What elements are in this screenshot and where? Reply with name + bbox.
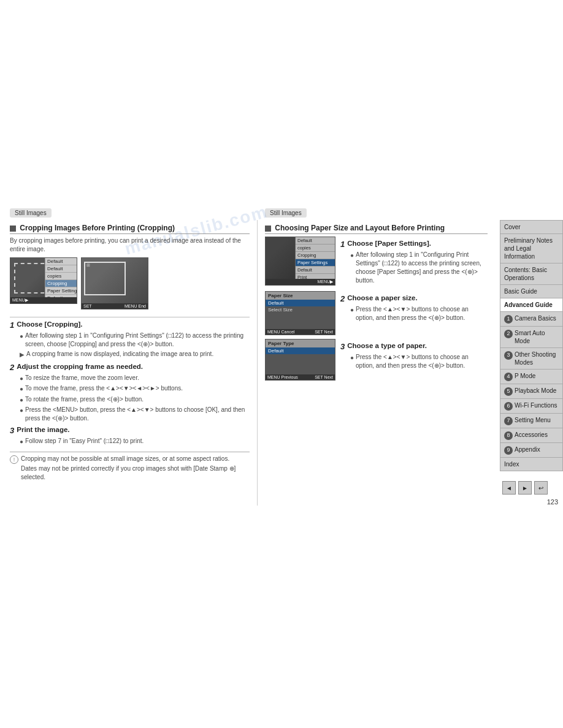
screen-mock-2: ⊞ SETMENU End <box>81 257 148 309</box>
right-step-2-bullet-1: ● Press the <▲><▼> buttons to choose an … <box>350 305 488 322</box>
next-arrow[interactable]: ► <box>518 481 532 495</box>
right-step-1-bullet-1: ● After following step 1 in "Configuring… <box>350 251 488 285</box>
left-section: Cropping Images Before Printing (Croppin… <box>0 220 258 506</box>
step-2-content: ● To resize the frame, move the zoom lev… <box>10 374 250 423</box>
right-step2-text: 2 Choose a paper size. ● Press the <▲><▼… <box>340 291 488 335</box>
prev-arrow[interactable]: ◄ <box>502 481 516 495</box>
sidebar-item-smart-auto[interactable]: 2 Smart Auto Mode <box>500 326 563 347</box>
sidebar: Cover Preliminary Notes and Legal Inform… <box>500 220 563 506</box>
menu-item-paper: Paper Settings <box>45 287 77 295</box>
right-step2-wrapper: Paper Size Default Select Size MENU Canc… <box>265 291 488 335</box>
sidebar-item-basic-guide[interactable]: Basic Guide <box>500 284 563 298</box>
section-icon-right <box>265 226 271 232</box>
right-step3-text: 3 Choose a type of paper. ● Press the <▲… <box>340 339 488 381</box>
right-step-2-row: 2 Choose a paper size. <box>340 294 488 303</box>
sidebar-item-appendix[interactable]: 9 Appendix <box>500 442 563 457</box>
sidebar-item-setting-menu[interactable]: 7 Setting Menu <box>500 413 563 428</box>
note-1: ! Cropping may not be possible at small … <box>10 455 250 482</box>
right-step-1-content: ● After following step 1 in "Configuring… <box>340 251 488 285</box>
main-content-row: Cropping Images Before Printing (Croppin… <box>0 220 563 506</box>
step-1-bullet-2: ▶ A cropping frame is now displayed, ind… <box>20 350 250 360</box>
screen-mock-1: Default Default copies Cropping Paper Se… <box>10 257 77 304</box>
note-icon-1: ! <box>10 455 18 464</box>
sidebar-item-accessories[interactable]: 8 Accessories <box>500 428 563 442</box>
right-screen-step1: Default copies Cropping Paper Settings D… <box>265 237 335 286</box>
page-number: 123 <box>500 498 563 506</box>
left-images: Default Default copies Cropping Paper Se… <box>10 257 250 313</box>
left-section-header: Cropping Images Before Printing (Croppin… <box>10 224 250 234</box>
page-wrapper: manualslib.com Still Images Still Images… <box>0 0 563 728</box>
right-step3-wrapper: Paper Type Default MENU PreviousSET Next… <box>265 339 488 381</box>
menu-item-default2: Default <box>45 265 77 273</box>
screen-bottom-bar-1: MENU▶ <box>10 297 77 303</box>
screen-bottom-bar-2: SETMENU End <box>82 303 148 309</box>
left-screen-1: Default Default copies Cropping Paper Se… <box>10 257 77 313</box>
right-step-1-row: 1 Choose [Paper Settings]. <box>340 240 488 249</box>
sidebar-item-prelim[interactable]: Preliminary Notes and Legal Information <box>500 233 563 263</box>
right-step-3-content: ● Press the <▲><▼> buttons to choose an … <box>340 353 488 370</box>
right-step1-text: 1 Choose [Paper Settings]. ● After follo… <box>340 237 488 287</box>
sidebar-item-cover[interactable]: Cover <box>500 220 563 233</box>
right-section: Choosing Paper Size and Layout Before Pr… <box>258 220 500 506</box>
right-step-2-content: ● Press the <▲><▼> buttons to choose an … <box>340 305 488 322</box>
step-1-bullet-1: ● After following step 1 in "Configuring… <box>20 332 250 349</box>
step-3-content: ● Follow step 7 in "Easy Print" (□122) t… <box>10 437 250 447</box>
right-step1-wrapper: Default copies Cropping Paper Settings D… <box>265 237 488 287</box>
bottom-nav: ◄ ► ↩ <box>500 481 563 495</box>
right-steps-area: Choosing Paper Size and Layout Before Pr… <box>265 224 494 381</box>
right-screen-step3: Paper Type Default MENU PreviousSET Next <box>265 339 335 381</box>
step-1-content: ● After following step 1 in "Configuring… <box>10 332 250 360</box>
sidebar-item-advanced-guide[interactable]: Advanced Guide <box>500 298 563 311</box>
still-images-label-right: Still Images <box>265 208 307 218</box>
sidebar-item-contents[interactable]: Contents: Basic Operations <box>500 263 563 284</box>
sidebar-item-playback[interactable]: 5 Playback Mode <box>500 384 563 398</box>
right-step-3-bullet-1: ● Press the <▲><▼> buttons to choose an … <box>350 353 488 370</box>
step-2-bullet-3: ● To rotate the frame, press the <(⊕)> b… <box>20 395 250 405</box>
step-2-row: 2 Adjust the cropping frame as needed. <box>10 363 250 372</box>
still-images-bars: Still Images Still Images <box>0 208 500 218</box>
return-arrow[interactable]: ↩ <box>534 481 548 495</box>
left-subtext: By cropping images before printing, you … <box>10 237 250 254</box>
step-1-row: 1 Choose [Cropping]. <box>10 320 250 330</box>
menu-item-default1: Default <box>45 258 77 265</box>
section-icon-left <box>10 226 16 232</box>
sidebar-items[interactable]: Cover Preliminary Notes and Legal Inform… <box>500 220 563 471</box>
step-3-row: 3 Print the image. <box>10 426 250 435</box>
sidebar-item-camera-basics[interactable]: 1 Camera Basics <box>500 311 563 326</box>
right-section-header: Choosing Paper Size and Layout Before Pr… <box>265 224 488 234</box>
step-2-bullet-1: ● To resize the frame, move the zoom lev… <box>20 374 250 384</box>
sidebar-item-index[interactable]: Index <box>500 457 563 471</box>
top-space <box>0 0 563 208</box>
still-images-label-left: Still Images <box>10 208 52 218</box>
divider-1 <box>10 317 250 317</box>
step-2-bullet-2: ● To move the frame, press the <▲><▼><◄>… <box>20 384 250 394</box>
right-step-3-row: 3 Choose a type of paper. <box>340 342 488 351</box>
right-screen-step2: Paper Size Default Select Size MENU Canc… <box>265 291 335 335</box>
step-3-bullet-1: ● Follow step 7 in "Easy Print" (□122) t… <box>20 437 250 447</box>
menu-item-cropping: Cropping <box>45 280 77 287</box>
sidebar-item-p-mode[interactable]: 4 P Mode <box>500 369 563 384</box>
left-screen-2: ⊞ SETMENU End <box>81 257 148 313</box>
menu-item-copies: copies <box>45 273 77 280</box>
sidebar-item-wifi[interactable]: 6 Wi-Fi Functions <box>500 398 563 413</box>
notes-section: ! Cropping may not be possible at small … <box>10 452 250 482</box>
sidebar-item-other-shooting[interactable]: 3 Other Shooting Modes <box>500 347 563 369</box>
step-2-bullet-4: ● Press the <MENU> button, press the <▲>… <box>20 406 250 423</box>
